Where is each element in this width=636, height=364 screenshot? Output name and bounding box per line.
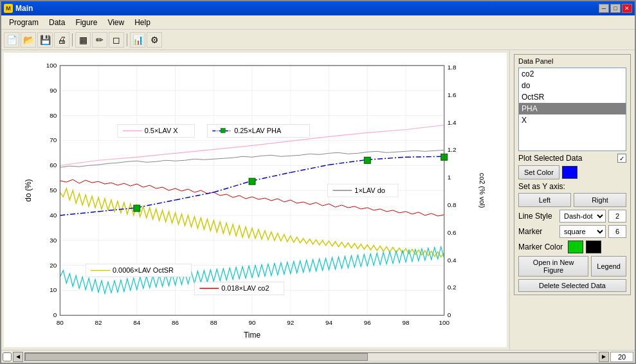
data-list-item-do[interactable]: do [519, 80, 626, 91]
line-style-label: Line Style [518, 212, 557, 221]
svg-text:96: 96 [364, 319, 372, 326]
svg-rect-67 [364, 157, 370, 163]
chart-svg: 0 10 20 30 40 50 60 70 80 90 100 0 0.2 0… [4, 53, 507, 347]
data-list[interactable]: co2 do OctSR PHA X [518, 68, 626, 151]
svg-rect-65 [134, 205, 140, 212]
scroll-left-button[interactable]: ◀ [13, 352, 23, 362]
svg-text:84: 84 [133, 319, 141, 326]
data-list-item-octsr[interactable]: OctSR [519, 91, 626, 103]
svg-text:70: 70 [50, 136, 57, 143]
line-style-num[interactable] [608, 210, 626, 223]
svg-text:80: 80 [50, 112, 57, 119]
svg-text:94: 94 [325, 319, 333, 326]
menu-figure[interactable]: Figure [70, 17, 102, 28]
scroll-thumb [25, 353, 368, 361]
left-axis-button[interactable]: Left [518, 193, 571, 207]
marker-row: Marker square circle triangle none [518, 225, 626, 238]
toolbar-save[interactable]: 💾 [37, 32, 53, 48]
line-style-select[interactable]: Dash-dot Solid Dashed Dotted [559, 210, 606, 223]
side-panel: Data Panel co2 do OctSR PHA X Plot Selec… [509, 50, 635, 350]
svg-text:0.25×LAV PHA: 0.25×LAV PHA [234, 127, 282, 134]
window-title: Main [15, 4, 33, 13]
main-content: 0 10 20 30 40 50 60 70 80 90 100 0 0.2 0… [1, 50, 635, 350]
toolbar-sep1 [72, 33, 73, 46]
svg-text:1×LAV do: 1×LAV do [354, 187, 385, 194]
svg-text:0.2: 0.2 [448, 284, 457, 291]
svg-text:0.6: 0.6 [448, 229, 457, 236]
menu-data[interactable]: Data [44, 17, 70, 28]
svg-text:90: 90 [50, 87, 57, 94]
svg-text:co2 (% vol): co2 (% vol) [478, 173, 486, 208]
toolbar-open[interactable]: 📂 [21, 32, 36, 48]
data-list-item-co2[interactable]: co2 [519, 68, 626, 80]
toolbar-print[interactable]: 🖨 [54, 32, 69, 48]
svg-text:0.4: 0.4 [448, 257, 457, 264]
action-buttons: Open in New Figure Legend Delete Selecte… [518, 256, 626, 292]
scroll-value[interactable] [610, 352, 633, 362]
data-list-item-pha[interactable]: PHA [519, 103, 626, 114]
menu-bar: Program Data Figure View Help [1, 15, 635, 30]
svg-rect-66 [249, 178, 255, 185]
svg-rect-74 [221, 128, 225, 132]
maximize-button[interactable]: □ [610, 4, 621, 13]
svg-text:82: 82 [95, 319, 103, 326]
menu-program[interactable]: Program [4, 17, 44, 28]
svg-text:1.4: 1.4 [448, 119, 457, 126]
svg-text:0.8: 0.8 [448, 201, 457, 208]
scrollbar-area: ◀ ▶ [1, 350, 635, 363]
svg-text:0.5×LAV X: 0.5×LAV X [145, 127, 178, 134]
scroll-right-button[interactable]: ▶ [599, 352, 609, 362]
minimize-button[interactable]: ─ [599, 4, 609, 13]
delete-button[interactable]: Delete Selected Data [518, 279, 626, 292]
right-axis-button[interactable]: Right [574, 193, 626, 207]
svg-text:10: 10 [50, 286, 57, 293]
svg-text:0: 0 [448, 311, 451, 318]
marker-select[interactable]: square circle triangle none [559, 225, 606, 238]
marker-color-swatch2[interactable] [586, 241, 601, 253]
toolbar-new[interactable]: 📄 [4, 32, 19, 48]
svg-text:80: 80 [57, 319, 64, 326]
app-icon: M [4, 4, 13, 13]
svg-text:98: 98 [402, 319, 410, 326]
close-button[interactable]: ✕ [622, 4, 632, 13]
toolbar-grid[interactable]: ▦ [75, 32, 91, 48]
title-bar-left: M Main [4, 4, 33, 13]
svg-text:Time: Time [244, 331, 260, 340]
svg-text:88: 88 [210, 319, 218, 326]
svg-text:0.0006×LAV OctSR: 0.0006×LAV OctSR [113, 267, 174, 275]
svg-text:60: 60 [50, 161, 57, 168]
main-window: M Main ─ □ ✕ Program Data Figure View He… [0, 0, 636, 364]
toolbar-edit[interactable]: ✏ [92, 32, 107, 48]
svg-text:40: 40 [50, 212, 57, 219]
marker-num[interactable] [608, 225, 626, 238]
data-list-item-x[interactable]: X [519, 114, 626, 126]
svg-text:50: 50 [50, 187, 57, 194]
chart-area: 0 10 20 30 40 50 60 70 80 90 100 0 0.2 0… [4, 53, 507, 347]
svg-text:100: 100 [439, 319, 450, 326]
plot-checkbox[interactable]: ✓ [617, 154, 626, 163]
plot-row: Plot Selected Data ✓ [518, 154, 626, 163]
scroll-checkbox[interactable] [3, 352, 12, 361]
marker-color-swatch1[interactable] [568, 241, 583, 253]
legend-button[interactable]: Legend [591, 256, 626, 277]
open-figure-button[interactable]: Open in New Figure [518, 256, 588, 277]
toolbar-eraser[interactable]: ◻ [109, 32, 124, 48]
toolbar-chart[interactable]: 📊 [130, 32, 145, 48]
color-swatch[interactable] [562, 166, 577, 179]
toolbar-sep2 [127, 33, 127, 46]
svg-text:20: 20 [50, 262, 57, 269]
svg-text:1: 1 [448, 174, 451, 181]
set-color-row: Set Color [518, 165, 626, 179]
svg-text:0: 0 [53, 311, 57, 318]
toolbar-settings[interactable]: ⚙ [147, 32, 162, 48]
set-color-button[interactable]: Set Color [518, 165, 559, 179]
scroll-track[interactable] [24, 352, 597, 361]
menu-help[interactable]: Help [129, 17, 156, 28]
svg-text:1.6: 1.6 [448, 91, 457, 98]
data-panel-group: Data Panel co2 do OctSR PHA X Plot Selec… [514, 54, 631, 295]
data-panel-title: Data Panel [518, 57, 626, 65]
title-buttons: ─ □ ✕ [599, 4, 632, 13]
line-style-row: Line Style Dash-dot Solid Dashed Dotted [518, 210, 626, 223]
svg-text:1.8: 1.8 [448, 64, 457, 71]
menu-view[interactable]: View [102, 17, 129, 28]
